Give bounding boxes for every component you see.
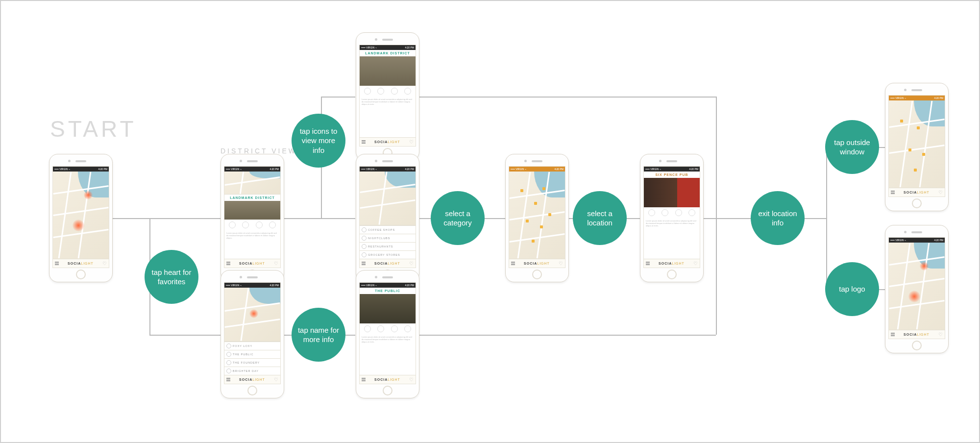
cat-grocery[interactable]: GROCERY STORES [360, 250, 416, 259]
brand-logo[interactable]: SOCIALIGHT [524, 262, 550, 265]
brand-logo[interactable]: SOCIALIGHT [659, 262, 685, 265]
phone-public-detail: ••••• VIRGIN ⏦4:20 PM THE PUBLIC Lorem i… [356, 270, 419, 398]
phone-landmark-detail: ••••• VIRGIN ⏦4:20 PM LANDMARK DISTRICT … [356, 32, 419, 161]
fav-foxy[interactable]: FOXY LOXY [224, 342, 280, 350]
phone-end-outside: ••••• VIRGIN ⏦4:20 PM SOCIALIGHT ♡ [885, 83, 949, 211]
cat-restaurants[interactable]: RESTAURANTS [360, 242, 416, 250]
phone-categories: ••••• VIRGIN ⏦4:20 PM COFFEE SHOPS NIGHT… [356, 154, 419, 282]
bubble-tap-name: tap name for more info [292, 308, 345, 362]
brand-logo[interactable]: SOCIALIGHT [68, 262, 94, 265]
bubble-tap-heart: tap heart for favorites [145, 250, 198, 304]
brand-logo[interactable]: SOCIALIGHT [374, 378, 400, 381]
bubble-tap-logo: tap logo [825, 262, 879, 316]
brand-logo[interactable]: SOCIALIGHT [904, 333, 930, 336]
bubble-tap-icons: tap icons to view more info [292, 114, 345, 168]
fav-foundery[interactable]: THE FOUNDERY [224, 358, 280, 367]
hamburger-icon[interactable] [362, 262, 366, 265]
heart-icon[interactable]: ♡ [274, 261, 278, 266]
fav-brighter[interactable]: BRIGHTER DAY [224, 367, 280, 375]
hamburger-icon[interactable] [891, 191, 895, 194]
phone-sixpence: ••••• VIRGIN ⏦4:20 PM SIX PENCE PUB Lore… [640, 154, 704, 282]
label-start: START [50, 116, 137, 142]
heart-icon[interactable]: ♡ [409, 139, 414, 145]
brand-logo[interactable]: SOCIALIGHT [239, 378, 265, 381]
hamburger-icon[interactable] [226, 262, 230, 265]
brand-logo[interactable]: SOCIALIGHT [374, 262, 400, 265]
card-title-landmark: LANDMARK DISTRICT [224, 195, 280, 201]
card-title-sixpence: SIX PENCE PUB [644, 172, 700, 178]
heart-icon[interactable]: ♡ [938, 332, 943, 337]
bubble-tap-outside: tap outside window [825, 120, 879, 174]
phone-category-map: ••••• VIRGIN ⏦4:20 PM SOCIALIGHT ♡ [505, 154, 569, 282]
brand-logo[interactable]: SOCIALIGHT [374, 140, 400, 144]
hamburger-icon[interactable] [891, 333, 895, 336]
bubble-select-category: select a category [431, 191, 485, 245]
heart-icon[interactable]: ♡ [693, 261, 698, 266]
heart-icon[interactable]: ♡ [274, 377, 278, 382]
cat-nightclubs[interactable]: NIGHTCLUBS [360, 234, 416, 242]
hamburger-icon[interactable] [362, 378, 366, 381]
hamburger-icon[interactable] [55, 262, 59, 265]
heart-icon[interactable]: ♡ [102, 261, 107, 266]
card-title-public: THE PUBLIC [360, 288, 416, 294]
heart-icon[interactable]: ♡ [409, 261, 414, 266]
bubble-exit-info: exit location info [751, 191, 805, 245]
hamburger-icon[interactable] [226, 378, 230, 381]
phone-end-logo: ••••• VIRGIN ⏦4:20 PM SOCIALIGHT ♡ [885, 225, 949, 353]
heart-icon[interactable]: ♡ [559, 261, 563, 266]
brand-logo[interactable]: SOCIALIGHT [904, 191, 930, 194]
hamburger-icon[interactable] [511, 262, 515, 265]
phone-favorites: ••••• VIRGIN ⏦4:20 PM FOXY LOXY THE PUBL… [220, 270, 284, 398]
phone-district: ••••• VIRGIN ⏦4:20 PM LANDMARK DISTRICT … [220, 154, 284, 282]
hamburger-icon[interactable] [362, 140, 366, 144]
heart-icon[interactable]: ♡ [938, 190, 943, 195]
hamburger-icon[interactable] [646, 262, 650, 265]
flow-diagram: START DISTRICT VIEW FAVORITES CATEGORIES… [0, 0, 980, 443]
cat-coffee[interactable]: COFFEE SHOPS [360, 225, 416, 234]
phone-start: ••••• VIRGIN ⏦4:20 PM SOCIALIGHT ♡ [49, 154, 113, 282]
bubble-select-location: select a location [573, 191, 627, 245]
fav-public[interactable]: THE PUBLIC [224, 350, 280, 358]
heart-icon[interactable]: ♡ [409, 377, 414, 382]
brand-logo[interactable]: SOCIALIGHT [239, 262, 265, 265]
